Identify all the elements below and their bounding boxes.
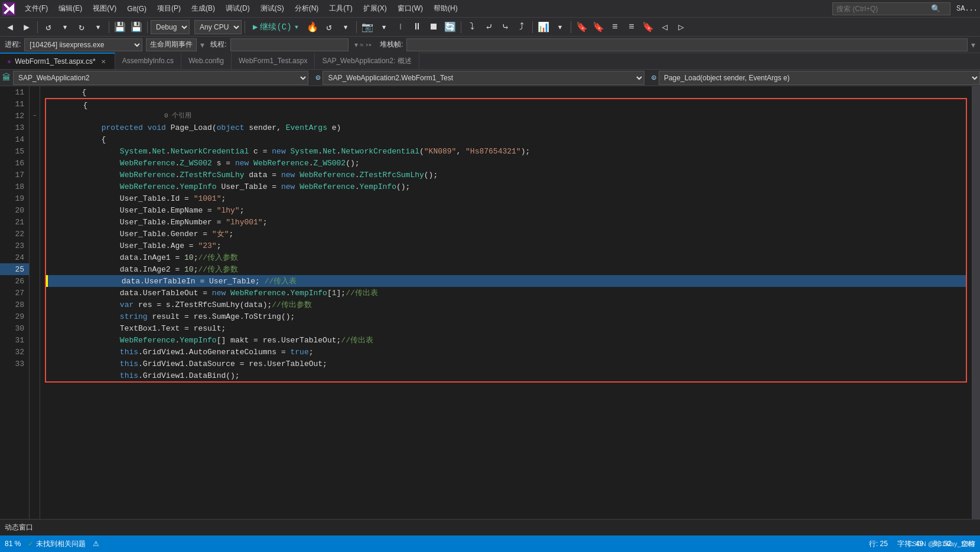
code-line-19[interactable]: User_Table.EmpName = "lhy";	[46, 204, 966, 216]
code-line-32[interactable]: this.GridView1.DataSource = res.UserTabl…	[46, 358, 966, 370]
menu-edit[interactable]: 编辑(E)	[54, 2, 87, 15]
warning-icon: ⚠	[93, 540, 99, 548]
continue-dropdown[interactable]: ▾	[294, 22, 299, 32]
refresh-button[interactable]: 🔄	[442, 19, 458, 35]
diag-dropdown[interactable]: ▾	[552, 19, 568, 35]
process-select[interactable]: [104264] iisexpress.exe	[24, 38, 142, 51]
nav-back[interactable]: ◁	[657, 19, 672, 35]
align-left-btn[interactable]: ≡	[607, 19, 623, 35]
func-dropdown[interactable]: Page_Load(object sender, EventArgs e)	[659, 71, 980, 85]
undo-dropdown[interactable]: ▾	[57, 19, 73, 35]
undo-button[interactable]: ↺	[41, 19, 56, 35]
code-line-33[interactable]: this.GridView1.DataBind();	[46, 370, 966, 381]
menu-git[interactable]: Git(G)	[122, 4, 151, 14]
menu-window[interactable]: 窗口(W)	[393, 2, 428, 15]
menu-project[interactable]: 项目(P)	[152, 2, 185, 15]
continue-button[interactable]: ▶ 继续(C) ▾	[248, 21, 304, 34]
code-line-26[interactable]: data.UserTableOut = new WebReference.Yem…	[46, 287, 966, 299]
indicator-23	[30, 240, 40, 251]
code-line-30[interactable]: WebReference.YempInfo[] makt = res.UserT…	[46, 334, 966, 346]
nav-fwd[interactable]: ▷	[673, 19, 689, 35]
menu-analyze[interactable]: 分析(N)	[290, 2, 324, 15]
tab-webconfig[interactable]: Web.config	[181, 53, 232, 69]
menu-extensions[interactable]: 扩展(X)	[359, 2, 392, 15]
code-line-31[interactable]: this.GridView1.AutoGenerateColumns = tru…	[46, 346, 966, 358]
tab-assemblyinfo[interactable]: AssemblyInfo.cs	[115, 53, 181, 69]
stack-input[interactable]	[406, 38, 968, 51]
code-line-16[interactable]: WebReference.ZTestRfcSumLhy data = new W…	[46, 169, 966, 181]
code-line-15[interactable]: WebReference.Z_WS002 s = new WebReferenc…	[46, 157, 966, 169]
forward-button[interactable]: ▶	[19, 19, 34, 35]
menu-file[interactable]: 文件(F)	[20, 2, 53, 15]
camera-dropdown[interactable]: ▾	[376, 19, 392, 35]
pause-button[interactable]: ⏸	[409, 19, 425, 35]
code-line-28[interactable]: string result = res.SumAge.ToString();	[46, 311, 966, 322]
close-icon-0[interactable]: ✕	[99, 57, 108, 66]
code-area: 1111121314151617181920212223242526272829…	[0, 86, 980, 519]
align-right-btn[interactable]: ≡	[624, 19, 639, 35]
code-line-11[interactable]: {	[45, 86, 967, 98]
code-line-25[interactable]: data.UserTableIn = User_Table; //传入表	[46, 275, 966, 287]
back-button[interactable]: ◀	[2, 19, 18, 35]
restart-dropdown[interactable]: ▾	[338, 19, 353, 35]
code-line-29[interactable]: TextBox1.Text = result;	[46, 322, 966, 334]
code-line-17[interactable]: WebReference.YempInfo User_Table = new W…	[46, 181, 966, 192]
stop-button[interactable]: ⏹	[426, 19, 441, 35]
sep1: |	[393, 19, 408, 35]
tab-overview[interactable]: SAP_WebApplication2: 概述	[315, 53, 419, 69]
collapse-icon[interactable]: −	[32, 113, 36, 119]
bookmark-next[interactable]: 🔖	[591, 19, 606, 35]
code-line-21[interactable]: User_Table.Gender = "女";	[46, 228, 966, 240]
code-line-12[interactable]: 0 个引用 protected void Page_Load(object se…	[46, 122, 966, 133]
zoom-level: 81 %	[5, 540, 21, 548]
code-line-11[interactable]: {	[46, 99, 966, 111]
class-dropdown[interactable]: SAP_WebApplication2	[13, 71, 308, 85]
menu-view[interactable]: 视图(V)	[88, 2, 121, 15]
lifecycle-button[interactable]: 生命周期事件	[146, 38, 197, 51]
step-into-button[interactable]: ⤶	[481, 19, 496, 35]
code-line-22[interactable]: User_Table.Age = "23";	[46, 240, 966, 251]
redo-dropdown[interactable]: ▾	[90, 19, 106, 35]
code-line-13[interactable]: {	[46, 133, 966, 145]
status-indicator: ✓ 未找到相关问题	[28, 539, 86, 549]
menu-debug[interactable]: 调试(D)	[221, 2, 255, 15]
menu-build[interactable]: 生成(B)	[187, 2, 220, 15]
menu-help[interactable]: 帮助(H)	[429, 2, 463, 15]
bookmark-prev[interactable]: 🔖	[574, 19, 590, 35]
save-all-button[interactable]: 💾	[129, 19, 144, 35]
hot-reload-button[interactable]: 🔥	[305, 19, 320, 35]
code-line-23[interactable]: data.InAge1 = 10;//传入参数	[46, 251, 966, 263]
status-message: 未找到相关问题	[36, 539, 86, 549]
redo-button[interactable]: ↻	[74, 19, 89, 35]
code-content[interactable]: { {0 个引用 protected void Page_Load(object…	[40, 86, 972, 519]
debug-config-dropdown[interactable]: Debug	[151, 20, 190, 34]
code-line-18[interactable]: User_Table.Id = "1001";	[46, 192, 966, 204]
search-box[interactable]: 🔍	[832, 2, 950, 15]
platform-dropdown[interactable]: Any CPU	[194, 20, 242, 34]
tab-webform-cs[interactable]: ● WebForm1_Test.aspx.cs* ✕	[0, 53, 115, 69]
step-back-button[interactable]: ⤴	[514, 19, 529, 35]
search-input[interactable]	[836, 5, 931, 13]
save-button[interactable]: 💾	[112, 19, 128, 35]
step-over-button[interactable]: ⤵	[464, 19, 480, 35]
thread-input[interactable]	[230, 38, 349, 51]
code-line-14[interactable]: System.Net.NetworkCredential c = new Sys…	[46, 145, 966, 157]
tab-label-1: AssemblyInfo.cs	[122, 57, 174, 65]
code-line-20[interactable]: User_Table.EmpNumber = "lhy001";	[46, 216, 966, 228]
vertical-scrollbar[interactable]	[972, 86, 980, 519]
line-number-18: 18	[0, 181, 29, 192]
main-area: 1111121314151617181920212223242526272829…	[0, 86, 980, 519]
indicator-24	[30, 251, 40, 263]
code-line-24[interactable]: data.InAge2 = 10;//传入参数	[46, 263, 966, 275]
camera-button[interactable]: 📷	[360, 19, 375, 35]
code-line-27[interactable]: var res = s.ZTestRfcSumLhy(data);//传出参数	[46, 299, 966, 311]
diagnostic-button[interactable]: 📊	[536, 19, 551, 35]
restart-button[interactable]: ↺	[321, 19, 337, 35]
member-dropdown[interactable]: SAP_WebApplication2.WebForm1_Test	[323, 71, 644, 85]
line-number-24: 24	[0, 251, 29, 263]
step-out-button[interactable]: ⤷	[497, 19, 513, 35]
menu-tools[interactable]: 工具(T)	[324, 2, 357, 15]
bookmark-btn2[interactable]: 🔖	[640, 19, 656, 35]
menu-test[interactable]: 测试(S)	[256, 2, 289, 15]
tab-webform-aspx[interactable]: WebForm1_Test.aspx	[232, 53, 315, 69]
